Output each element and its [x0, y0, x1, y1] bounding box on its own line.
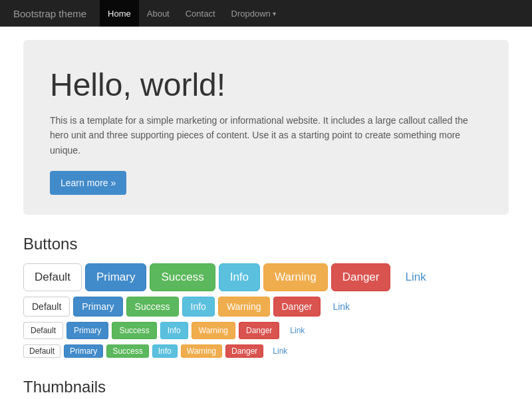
btn-success-xs[interactable]: Success	[106, 344, 148, 358]
btn-danger-md[interactable]: Danger	[273, 297, 321, 317]
btn-default-sm[interactable]: Default	[23, 322, 63, 339]
nav-item-about[interactable]: About	[139, 0, 178, 27]
button-row-xsmall: Default Primary Success Info Warning Dan…	[23, 344, 509, 358]
btn-info-sm[interactable]: Info	[160, 322, 188, 339]
nav-items: Home About Contact Dropdown ▾	[100, 0, 284, 27]
navbar: Bootstrap theme Home About Contact Dropd…	[0, 0, 532, 27]
btn-link-md[interactable]: Link	[324, 297, 358, 317]
btn-primary-md[interactable]: Primary	[73, 297, 122, 317]
dropdown-arrow-icon: ▾	[273, 10, 276, 17]
btn-success-sm[interactable]: Success	[112, 322, 156, 339]
btn-link-sm[interactable]: Link	[283, 322, 312, 339]
btn-primary-lg[interactable]: Primary	[85, 263, 147, 291]
btn-warning-md[interactable]: Warning	[218, 297, 270, 317]
btn-default-lg[interactable]: Default	[23, 263, 82, 291]
btn-success-md[interactable]: Success	[126, 297, 179, 317]
learn-more-button[interactable]: Learn more »	[50, 171, 126, 195]
btn-warning-lg[interactable]: Warning	[263, 263, 328, 291]
btn-default-xs[interactable]: Default	[23, 344, 61, 358]
btn-warning-sm[interactable]: Warning	[192, 322, 235, 339]
btn-info-xs[interactable]: Info	[152, 344, 178, 358]
button-row-large: Default Primary Success Info Warning Dan…	[23, 263, 509, 291]
nav-item-dropdown[interactable]: Dropdown ▾	[223, 0, 284, 27]
btn-primary-sm[interactable]: Primary	[66, 322, 108, 339]
thumbnails-section: Thumbnails 200x200	[23, 378, 509, 399]
btn-link-lg[interactable]: Link	[394, 263, 437, 291]
nav-item-home[interactable]: Home	[100, 0, 139, 27]
hero-description: This is a template for a simple marketin…	[50, 113, 482, 158]
btn-info-md[interactable]: Info	[182, 297, 215, 317]
buttons-section: Buttons Default Primary Success Info War…	[23, 235, 509, 358]
btn-danger-sm[interactable]: Danger	[239, 322, 279, 339]
btn-info-lg[interactable]: Info	[219, 263, 260, 291]
button-row-small: Default Primary Success Info Warning Dan…	[23, 322, 509, 339]
btn-default-md[interactable]: Default	[23, 297, 70, 317]
btn-link-xs[interactable]: Link	[267, 344, 293, 358]
nav-item-contact[interactable]: Contact	[178, 0, 223, 27]
main-container: Hello, world! This is a template for a s…	[13, 27, 519, 399]
button-row-default: Default Primary Success Info Warning Dan…	[23, 297, 509, 317]
navbar-brand[interactable]: Bootstrap theme	[13, 8, 86, 19]
btn-warning-xs[interactable]: Warning	[181, 344, 222, 358]
thumbnails-section-title: Thumbnails	[23, 378, 509, 396]
btn-danger-xs[interactable]: Danger	[225, 344, 263, 358]
btn-danger-lg[interactable]: Danger	[331, 263, 391, 291]
buttons-section-title: Buttons	[23, 235, 509, 253]
hero-unit: Hello, world! This is a template for a s…	[23, 40, 509, 215]
btn-primary-xs[interactable]: Primary	[64, 344, 103, 358]
btn-success-lg[interactable]: Success	[150, 263, 215, 291]
hero-title: Hello, world!	[50, 66, 482, 103]
